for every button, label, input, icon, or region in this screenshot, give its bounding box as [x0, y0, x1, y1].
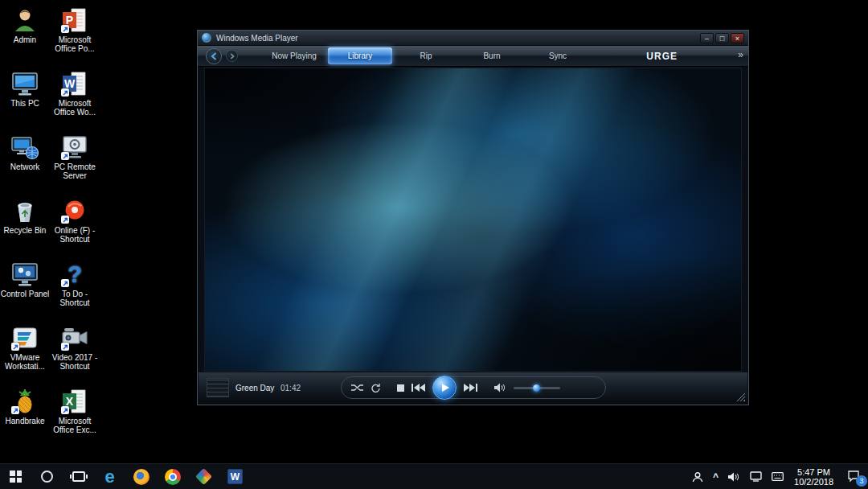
- firefox-icon: [133, 469, 149, 485]
- desktop-icon-label: To Do - Shortcut: [49, 290, 100, 307]
- word-letter: W: [231, 471, 240, 483]
- help-question-icon: ?: [61, 261, 88, 288]
- desktop-icon-network[interactable]: Network: [0, 134, 50, 197]
- maximize-button[interactable]: □: [715, 33, 729, 43]
- desktop-icon-control-panel[interactable]: Control Panel: [0, 261, 50, 324]
- previous-button[interactable]: [411, 384, 425, 392]
- taskbar-item-firefox[interactable]: [125, 464, 157, 489]
- desktop-icon-label: Microsoft Office Wo...: [49, 99, 100, 117]
- window-controls: – □ ×: [698, 33, 744, 43]
- play-button[interactable]: [432, 376, 457, 400]
- shuffle-button[interactable]: [351, 384, 363, 392]
- shortcut-arrow-icon: [11, 343, 19, 351]
- edge-icon: e: [104, 468, 114, 486]
- forward-button[interactable]: [226, 50, 238, 62]
- desktop-icon-powerpoint[interactable]: P Microsoft Office Po...: [48, 6, 101, 70]
- drive-shortcut-icon: [61, 197, 88, 224]
- taskbar-item-edge[interactable]: e: [94, 464, 125, 489]
- taskbar-clock[interactable]: 5:47 PM 10/2/2018: [788, 467, 839, 487]
- desktop-icon-label: Microsoft Office Exc...: [49, 417, 100, 434]
- task-view-button[interactable]: [63, 464, 94, 489]
- desktop: Admin This PC Network Recycle Bin Contro…: [0, 0, 868, 489]
- mute-button[interactable]: [494, 383, 506, 392]
- tab-now-playing[interactable]: Now Playing: [262, 47, 326, 64]
- cortana-circle-icon: [41, 471, 53, 483]
- task-view-icon: [72, 471, 85, 482]
- desktop-icon-label: Microsoft Office Po...: [49, 35, 100, 53]
- taskbar-item-app[interactable]: [188, 464, 219, 489]
- shortcut-arrow-icon: [61, 343, 69, 351]
- minimize-button[interactable]: –: [700, 33, 714, 43]
- play-icon: [442, 384, 449, 392]
- taskbar-apps: e W: [0, 464, 251, 489]
- desktop-icon-label: VMware Workstati...: [0, 353, 50, 371]
- start-button[interactable]: [0, 464, 31, 489]
- action-center-button[interactable]: 3: [839, 464, 868, 489]
- remote-server-icon: [61, 134, 88, 161]
- desktop-icon-label: Handbrake: [6, 417, 45, 425]
- back-button[interactable]: [206, 48, 222, 64]
- track-title: Green Day: [235, 384, 274, 392]
- desktop-icon-online-f[interactable]: Online (F) - Shortcut: [48, 197, 101, 261]
- stop-button[interactable]: [397, 384, 404, 392]
- camcorder-icon: [61, 324, 88, 351]
- shortcut-arrow-icon: [61, 279, 69, 287]
- people-icon[interactable]: [687, 464, 708, 489]
- control-panel-icon: [11, 261, 39, 288]
- desktop-icon-label: Network: [10, 162, 40, 171]
- shortcut-arrow-icon: [61, 152, 69, 160]
- next-button[interactable]: [464, 384, 477, 392]
- tab-burn[interactable]: Burn: [460, 47, 524, 64]
- taskbar: e W ^ 5:47 PM 10/2/2018 3: [0, 463, 868, 489]
- shortcut-arrow-icon: [61, 25, 69, 33]
- tab-rip[interactable]: Rip: [394, 47, 458, 64]
- wmp-titlebar[interactable]: Windows Media Player – □ ×: [198, 31, 748, 46]
- desktop-icon-label: Online (F) - Shortcut: [49, 226, 100, 244]
- desktop-icon-todo[interactable]: ? To Do - Shortcut: [48, 261, 101, 324]
- desktop-icon-excel[interactable]: X Microsoft Office Exc...: [48, 388, 101, 451]
- desktop-icon-video-2017[interactable]: Video 2017 - Shortcut: [48, 324, 101, 388]
- desktop-icon-admin[interactable]: Admin: [0, 6, 50, 70]
- chrome-icon: [165, 469, 181, 485]
- chevron-overflow-icon[interactable]: »: [738, 49, 743, 60]
- handbrake-pineapple-icon: [11, 388, 39, 415]
- volume-slider-thumb[interactable]: [533, 384, 540, 392]
- taskbar-item-chrome[interactable]: [157, 464, 188, 489]
- desktop-icon-this-pc[interactable]: This PC: [0, 70, 50, 134]
- notification-badge: 3: [856, 475, 867, 487]
- chevron-up-icon[interactable]: ^: [708, 464, 723, 489]
- tab-urge[interactable]: URGE: [646, 51, 678, 62]
- word-taskbar-icon: W: [227, 469, 243, 484]
- desktop-icon-label: Recycle Bin: [4, 226, 47, 235]
- repeat-button[interactable]: [371, 383, 380, 392]
- taskbar-item-word[interactable]: W: [219, 464, 251, 489]
- visualization-area[interactable]: [204, 68, 742, 372]
- desktop-icon-label: Admin: [14, 35, 36, 44]
- shortcut-arrow-icon: [61, 88, 69, 97]
- desktop-icon-label: Video 2017 - Shortcut: [49, 353, 100, 371]
- desktop-icon-label: PC Remote Server: [49, 162, 100, 180]
- desktop-icon-pc-remote-server[interactable]: PC Remote Server: [48, 134, 101, 197]
- desktop-icon-word[interactable]: W Microsoft Office Wo...: [48, 70, 101, 134]
- tab-library[interactable]: Library: [328, 47, 392, 64]
- clock-time: 5:47 PM: [794, 467, 833, 477]
- tab-sync[interactable]: Sync: [526, 47, 590, 64]
- desktop-icon-label: Control Panel: [1, 290, 50, 298]
- shortcut-arrow-icon: [11, 406, 19, 414]
- network-icon[interactable]: [745, 464, 767, 489]
- volume-slider[interactable]: [514, 387, 560, 389]
- computer-icon: [11, 70, 39, 97]
- elapsed-time: 01:42: [280, 384, 301, 392]
- search-button[interactable]: [31, 464, 63, 489]
- volume-icon[interactable]: [723, 464, 745, 489]
- desktop-icon-vmware[interactable]: VMware Workstati...: [0, 324, 50, 388]
- desktop-icon-recycle-bin[interactable]: Recycle Bin: [0, 197, 50, 261]
- desktop-icon-handbrake[interactable]: Handbrake: [0, 388, 50, 451]
- resize-grip[interactable]: [736, 392, 745, 401]
- word-icon: W: [61, 70, 88, 97]
- keyboard-icon[interactable]: [767, 464, 788, 489]
- shortcut-arrow-icon: [61, 216, 69, 224]
- desktop-icon-column-1: Admin This PC Network Recycle Bin Contro…: [0, 6, 50, 451]
- close-button[interactable]: ×: [731, 33, 744, 43]
- network-globe-icon: [11, 134, 39, 161]
